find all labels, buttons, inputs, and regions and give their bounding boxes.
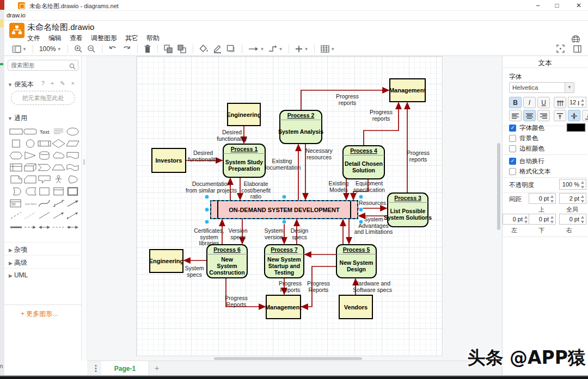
shape-dashed-link[interactable] [51,221,65,233]
horizontal-scrollbar[interactable] [214,357,362,360]
shape-ellipse[interactable] [65,126,79,138]
shape-data-storage[interactable] [23,185,37,197]
zoom-out-icon[interactable] [85,44,98,54]
menu-item-5[interactable]: 帮助 [146,34,160,42]
sidebar-section-杂项[interactable]: ▶杂项 [4,242,81,255]
spinner-icon[interactable] [524,215,529,224]
add-page-button[interactable]: + [155,364,159,372]
table-icon[interactable]: ▼ [318,44,337,54]
shape-dotted-line[interactable] [23,209,37,221]
shape-tape[interactable] [65,161,79,173]
shadow-icon[interactable] [224,44,238,54]
font-family-select[interactable]: Helvetica ▼ [509,82,574,93]
word-wrap-row[interactable]: 自动换行 [509,157,544,165]
shape-line[interactable] [37,209,51,221]
spacing-left-input[interactable] [503,214,530,225]
shape-actor[interactable] [51,173,65,185]
menu-item-2[interactable]: 查看 [70,34,83,42]
shape-callout[interactable] [37,173,51,185]
align-left-button[interactable] [509,110,522,121]
spacing-bottom-input[interactable] [529,214,556,225]
shape-rounded-rectangle[interactable] [23,126,37,138]
shape-circle[interactable] [23,138,37,150]
delete-icon[interactable] [142,44,154,54]
align-center-button[interactable] [523,110,536,121]
vertical-text-button[interactable] [554,97,566,108]
chevron-down-icon[interactable]: ▼ [565,83,574,92]
shape-note[interactable] [9,173,23,185]
vertical-scrollbar[interactable] [497,143,500,230]
maximize-button[interactable]: □ [549,1,565,10]
valign-top-button[interactable] [554,110,566,121]
shape-dashed-line[interactable] [9,209,23,221]
spinner-icon[interactable] [580,98,585,107]
spacing-global-input[interactable] [559,193,586,204]
spacing-top-input[interactable] [529,193,556,204]
align-right-button[interactable] [537,110,550,121]
shape-directional-line[interactable] [51,209,65,221]
menu-item-0[interactable]: 文件 [27,34,40,42]
scratchpad-dropzone[interactable]: 把元素拖至此处 [11,91,75,105]
shape-cube[interactable] [23,161,37,173]
menu-item-4[interactable]: 其它 [125,34,138,42]
shape-process[interactable] [37,138,51,150]
valign-middle-button[interactable] [568,110,580,121]
pages-menu-icon[interactable]: ••• [94,364,98,372]
font-color-checkbox[interactable] [509,125,516,132]
opacity-input[interactable] [559,179,586,190]
format-tab-text[interactable]: 文本 [503,56,587,68]
search-input[interactable] [11,61,65,69]
font-color-row[interactable]: 字体颜色 [509,124,544,132]
zoom-in-icon[interactable] [72,44,85,54]
page-tab[interactable]: Page-1 [101,361,149,377]
shape-document[interactable] [65,150,79,161]
format-toggle-icon[interactable] [571,44,584,54]
shape-note-lines[interactable] [51,126,65,138]
sidebar-splitter[interactable] [82,56,87,361]
valign-bottom-button[interactable] [582,110,588,121]
fill-color-icon[interactable] [197,44,211,54]
shape-trapezoid[interactable] [51,161,65,173]
shape-text[interactable]: Text [37,126,51,138]
shape-link[interactable] [9,221,23,233]
shape-square[interactable] [9,138,23,150]
spinner-icon[interactable] [580,195,585,203]
scratchpad-actions[interactable]: ? + ✎ × [41,80,77,87]
menu-item-3[interactable]: 调整图形 [91,34,117,42]
bold-button[interactable]: B [509,97,522,108]
shape-hexagon[interactable] [9,150,23,161]
to-front-icon[interactable] [162,44,175,54]
document-title[interactable]: 未命名绘图.drawio [27,22,94,33]
general-section-header[interactable]: ▼通用 [8,114,27,123]
shape-card[interactable] [23,173,37,185]
spinner-icon[interactable] [550,215,555,224]
background-color-checkbox[interactable] [509,135,516,142]
scratchpad-header[interactable]: ▼便笺本 [8,80,34,89]
shape-titled-container[interactable] [51,185,65,197]
waypoint-style-icon[interactable]: ▼ [266,44,285,54]
formatted-text-row[interactable]: 格式化文本 [509,167,551,176]
redo-icon[interactable] [120,44,133,54]
shape-diamond[interactable] [51,138,65,150]
border-color-checkbox[interactable] [509,145,516,152]
shape-double-arrow-link[interactable] [37,221,51,233]
close-button[interactable]: ✕ [571,1,587,10]
word-wrap-checkbox[interactable] [509,158,516,165]
sidebar-section-UML[interactable]: ▶UML [4,268,81,281]
diagram-canvas[interactable] [87,56,502,361]
shape-cloud[interactable] [51,150,65,161]
zoom-level-selector[interactable]: 100%▼ [37,44,64,54]
to-back-icon[interactable] [175,44,189,54]
border-color-row[interactable]: 边框颜色 [509,145,544,153]
line-color-icon[interactable] [211,44,224,54]
shape-directional-line-2[interactable] [65,209,79,221]
shape-curve[interactable] [37,197,51,209]
shape-container[interactable] [37,185,51,197]
spinner-icon[interactable] [580,181,585,189]
shape-list[interactable] [9,197,23,209]
shape-rectangle[interactable] [9,126,23,138]
sidebar-section-高级[interactable]: ▶高级 [4,255,81,268]
spinner-icon[interactable] [580,215,585,224]
shape-connector[interactable] [65,221,79,233]
shape-arrow-link[interactable] [23,221,37,233]
